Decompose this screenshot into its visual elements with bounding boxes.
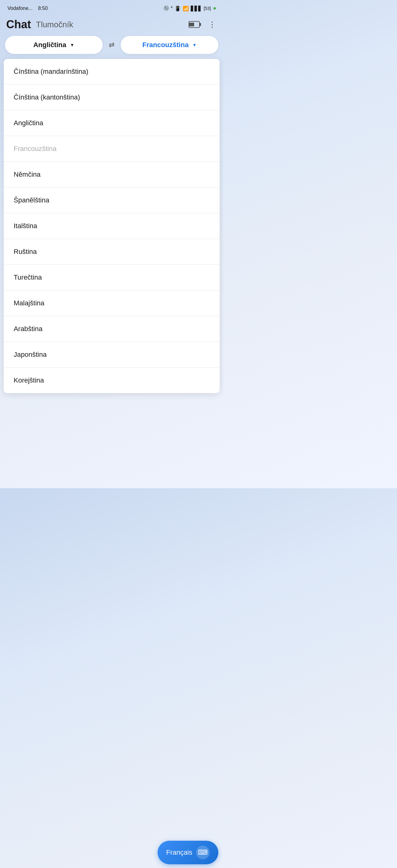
dropdown-item[interactable]: Malajština — [4, 290, 220, 316]
status-icons: Ⓝ * 📳 📶 ▋▋▋ [53] — [164, 5, 216, 12]
carrier-time: Vodafone... 8:50 — [7, 6, 48, 11]
dropdown-item[interactable]: Čínština (kantonština) — [4, 85, 220, 111]
dropdown-item[interactable]: Němčina — [4, 162, 220, 188]
page-title-translator: Tlumočník — [36, 20, 73, 29]
dropdown-item[interactable]: Angličtina — [4, 111, 220, 136]
more-options-button[interactable]: ⋮ — [207, 19, 217, 30]
source-language-label: Angličtina — [33, 41, 66, 49]
battery-icon — [189, 21, 200, 28]
target-language-label: Francouzština — [142, 41, 189, 49]
signal-icon: ▋▋▋ — [191, 6, 202, 11]
app-header: Chat Tlumočník ⋮ — [0, 16, 223, 36]
dropdown-list: Čínština (mandarínština)Čínština (kanton… — [4, 59, 220, 393]
language-dropdown: Čínština (mandarínština)Čínština (kanton… — [4, 59, 220, 393]
vibrate-icon: 📳 — [175, 6, 181, 11]
nfc-icon: Ⓝ — [164, 5, 169, 12]
wifi-icon: 📶 — [183, 6, 189, 11]
dropdown-item[interactable]: Italština — [4, 213, 220, 239]
target-language-button[interactable]: Francouzština ▼ — [121, 36, 218, 54]
dropdown-item[interactable]: Španělština — [4, 188, 220, 213]
page-title-chat: Chat — [6, 18, 31, 31]
carrier-label: Vodafone... — [7, 6, 33, 11]
language-selector-row: Angličtina ▼ ⇄ Francouzština ▼ — [0, 36, 223, 54]
swap-languages-button[interactable]: ⇄ — [106, 38, 117, 52]
battery-label: [53] — [204, 6, 211, 11]
target-language-chevron-icon: ▼ — [192, 42, 196, 48]
dropdown-item[interactable]: Japonština — [4, 342, 220, 368]
dropdown-item[interactable]: Ruština — [4, 239, 220, 265]
source-language-chevron-icon: ▼ — [70, 42, 74, 48]
dropdown-item[interactable]: Korejština — [4, 368, 220, 393]
dropdown-item[interactable]: Turečtina — [4, 265, 220, 290]
status-bar: Vodafone... 8:50 Ⓝ * 📳 📶 ▋▋▋ [53] — [0, 0, 223, 16]
dropdown-item: Francouzština — [4, 136, 220, 162]
source-language-button[interactable]: Angličtina ▼ — [5, 36, 103, 54]
time-label: 8:50 — [38, 6, 48, 11]
bluetooth-icon: * — [171, 6, 173, 11]
battery-dot — [213, 7, 216, 10]
dropdown-item[interactable]: Arabština — [4, 316, 220, 342]
dropdown-item[interactable]: Čínština (mandarínština) — [4, 59, 220, 85]
